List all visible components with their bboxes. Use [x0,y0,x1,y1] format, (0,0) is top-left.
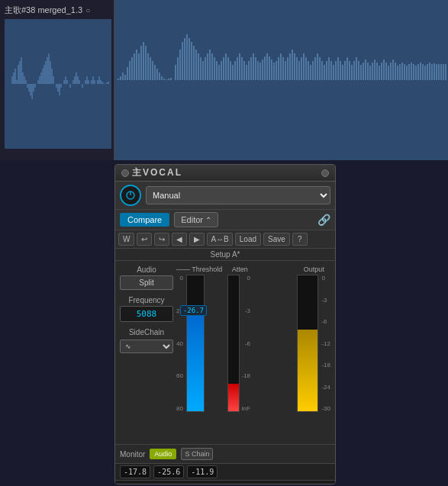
split-button[interactable]: Split [120,275,173,290]
plugin-title: 主VOCAL [132,166,182,179]
track-dot: ○ [85,6,90,14]
center-meters: —— Threshold 0 20 40 60 80 [176,266,294,439]
title-dot-right[interactable] [321,169,329,177]
atten-meter [227,275,240,412]
toolbar-undo-btn[interactable]: ↩ [137,233,152,246]
audio-section-label: Audio [120,266,173,274]
plugin-body: Audio Split Frequency 5088 SideChain ∿ —… [115,261,335,444]
track-label-top: 主歌#38 merged_1.3 ○ [5,5,109,16]
atten-section: Atten 0 -3 -6 -18 InF [227,266,252,412]
threshold-value: -26.7 [180,305,207,316]
left-controls: Audio Split Frequency 5088 SideChain ∿ [120,266,173,439]
preset-select[interactable]: Manual [146,186,330,204]
toolbar-redo-btn[interactable]: ↪ [154,233,169,246]
editor-chevron: ⌃ [205,216,211,224]
track-waveform-right [114,0,448,160]
toolbar-ab-btn[interactable]: A↔B [207,233,232,246]
track-area: 主歌#38 merged_1.3 ○ [0,0,448,160]
track-label: 主歌#38 merged_1.3 ○ [0,0,114,160]
output-section: Output 0 -3 -6 -12 -18 -24 -30 [297,266,330,439]
link-icon[interactable]: 🔗 [317,214,330,226]
atten-scale: 0 -3 -6 -18 InF [241,275,252,412]
frequency-display[interactable]: 5088 [120,306,173,322]
output-label: Output [304,266,324,273]
value-displays: -17.8 -25.6 -11.9 [115,463,335,480]
plugin-window: 主VOCAL Manual Compare Editor ⌃ 🔗 W ↩ ↪ ◀… [114,164,336,484]
output-meter [297,275,318,412]
power-button[interactable] [120,185,141,206]
toolbar-help-btn[interactable]: ? [292,233,308,246]
value-box-3: -11.9 [187,465,218,478]
output-scale: 0 -3 -6 -12 -18 -24 -30 [320,275,330,412]
toolbar-save-btn[interactable]: Save [263,233,290,246]
value-box-2: -25.6 [153,465,184,478]
monitor-section: Monitor Audio S Chain [115,444,335,463]
titlebar-left: 主VOCAL [121,166,182,179]
toolbar-w-btn[interactable]: W [118,233,134,246]
compare-button[interactable]: Compare [120,213,169,227]
compare-editor-row: Compare Editor ⌃ 🔗 [115,210,335,230]
waveform-left [5,19,111,149]
toolbar-load-btn[interactable]: Load [235,233,261,246]
editor-button[interactable]: Editor ⌃ [174,212,218,227]
deesser-label: DeEsser [115,480,335,484]
sidechain-label: SideChain [120,328,173,336]
atten-header: Atten [232,266,248,273]
threshold-header: —— Threshold [176,266,222,273]
frequency-label: Frequency [120,296,173,304]
power-icon [125,190,136,201]
sidechain-select[interactable]: ∿ [120,340,173,353]
track-name: 主歌#38 merged_1.3 [5,5,82,16]
schain-monitor-button[interactable]: S Chain [181,448,213,460]
toolbar-fwd-btn[interactable]: ▶ [189,233,205,246]
title-dot-left[interactable] [121,169,129,177]
threshold-scale: 0 20 40 60 80 [176,275,185,412]
toolbar-row: W ↩ ↪ ◀ ▶ A↔B Load Save ? [115,230,335,249]
toolbar-back-btn[interactable]: ◀ [172,233,187,246]
preset-row: Manual [115,182,335,210]
waveform-svg [114,0,448,160]
plugin-titlebar: 主VOCAL [115,165,335,182]
audio-monitor-button[interactable]: Audio [150,449,176,459]
monitor-label: Monitor [120,450,145,459]
setup-label: Setup A* [115,249,335,261]
value-box-1: -17.8 [120,465,150,478]
threshold-section: —— Threshold 0 20 40 60 80 [176,266,222,412]
threshold-meter [186,275,205,412]
